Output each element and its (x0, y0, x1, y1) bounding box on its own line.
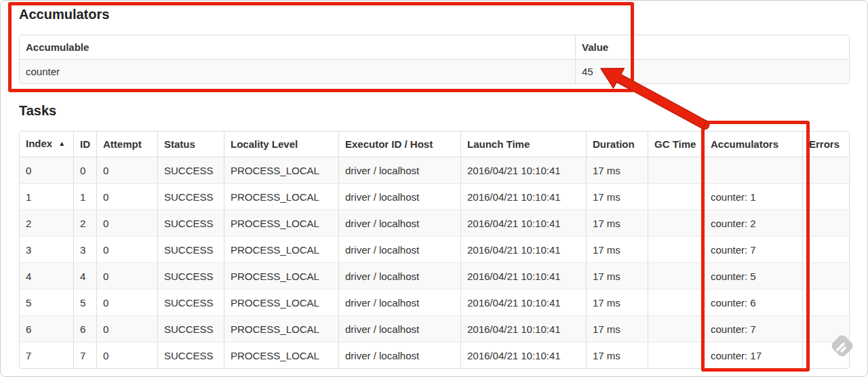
task-cell-errors (803, 184, 850, 210)
task-cell-attempt: 0 (97, 290, 158, 316)
task-cell-id: 3 (74, 237, 97, 263)
task-cell-status: SUCCESS (158, 210, 224, 237)
tasks-column-header-accumulators[interactable]: Accumulators (705, 132, 803, 157)
tasks-column-header-errors[interactable]: Errors (803, 132, 850, 157)
task-cell-status: SUCCESS (158, 316, 224, 342)
task-cell-gc-time (648, 290, 705, 316)
task-cell-duration: 17 ms (587, 237, 648, 263)
task-cell-duration: 17 ms (587, 157, 648, 184)
task-cell-accumulators: counter: 17 (705, 342, 803, 368)
tasks-column-header-gc-time[interactable]: GC Time (648, 132, 705, 157)
task-cell-executor-id-host: driver / localhost (339, 342, 461, 368)
accumulators-table-header-row: Accumulable Value (20, 35, 850, 60)
spark-ui-stage-page: Accumulators Accumulable Value counter 4… (0, 0, 868, 377)
column-header-label: Index (26, 138, 52, 149)
task-cell-attempt: 0 (97, 184, 158, 210)
task-cell-id: 1 (74, 184, 97, 210)
tasks-column-header-executor-id-host[interactable]: Executor ID / Host (339, 132, 461, 157)
task-cell-accumulators: counter: 6 (705, 290, 803, 316)
task-cell-index: 5 (20, 290, 74, 316)
task-cell-launch-time: 2016/04/21 10:10:41 (461, 316, 587, 342)
task-cell-locality-level: PROCESS_LOCAL (224, 237, 339, 263)
task-cell-executor-id-host: driver / localhost (339, 237, 461, 263)
column-header-label: Accumulators (711, 138, 778, 150)
task-row: 220SUCCESSPROCESS_LOCALdriver / localhos… (20, 210, 850, 237)
task-cell-executor-id-host: driver / localhost (339, 263, 461, 290)
column-header-label: Status (164, 138, 195, 150)
task-cell-accumulators (705, 157, 803, 184)
task-cell-duration: 17 ms (587, 210, 648, 237)
task-cell-attempt: 0 (97, 237, 158, 263)
task-cell-duration: 17 ms (587, 342, 648, 368)
column-header-label: Duration (593, 138, 635, 150)
task-cell-status: SUCCESS (158, 184, 224, 210)
column-header-label: Launch Time (467, 138, 530, 150)
task-cell-errors (803, 157, 850, 184)
task-cell-locality-level: PROCESS_LOCAL (224, 316, 339, 342)
column-header-label: GC Time (654, 138, 696, 150)
task-cell-launch-time: 2016/04/21 10:10:41 (461, 342, 587, 368)
tasks-column-header-launch-time[interactable]: Launch Time (461, 132, 587, 157)
task-cell-errors (803, 237, 850, 263)
task-row: 440SUCCESSPROCESS_LOCALdriver / localhos… (20, 263, 850, 290)
task-cell-duration: 17 ms (587, 263, 648, 290)
sort-ascending-icon: ▲ (58, 140, 65, 147)
task-cell-attempt: 0 (97, 157, 158, 184)
tasks-column-header-id[interactable]: ID (74, 132, 97, 157)
task-cell-gc-time (648, 342, 705, 368)
task-cell-accumulators: counter: 1 (705, 184, 803, 210)
tasks-column-header-attempt[interactable]: Attempt (97, 132, 158, 157)
task-cell-index: 3 (20, 237, 74, 263)
column-header-accumulable: Accumulable (20, 35, 576, 60)
column-header-label: Executor ID / Host (345, 138, 433, 150)
task-cell-index: 6 (20, 316, 74, 342)
task-cell-attempt: 0 (97, 263, 158, 290)
tasks-column-header-locality-level[interactable]: Locality Level (224, 132, 339, 157)
task-cell-status: SUCCESS (158, 263, 224, 290)
tasks-column-header-index[interactable]: Index▲ (20, 132, 74, 157)
task-cell-accumulators: counter: 5 (705, 263, 803, 290)
task-cell-status: SUCCESS (158, 237, 224, 263)
tasks-column-header-status[interactable]: Status (158, 132, 224, 157)
task-cell-gc-time (648, 263, 705, 290)
task-row: 330SUCCESSPROCESS_LOCALdriver / localhos… (20, 237, 850, 263)
task-cell-id: 2 (74, 210, 97, 237)
task-cell-executor-id-host: driver / localhost (339, 210, 461, 237)
task-cell-locality-level: PROCESS_LOCAL (224, 157, 339, 184)
task-cell-errors (803, 290, 850, 316)
task-cell-attempt: 0 (97, 316, 158, 342)
task-cell-locality-level: PROCESS_LOCAL (224, 290, 339, 316)
task-cell-executor-id-host: driver / localhost (339, 290, 461, 316)
task-cell-attempt: 0 (97, 342, 158, 368)
column-header-value: Value (576, 35, 850, 60)
task-cell-executor-id-host: driver / localhost (339, 184, 461, 210)
task-cell-accumulators: counter: 2 (705, 210, 803, 237)
accumulators-table: Accumulable Value counter 45 (19, 35, 850, 84)
task-cell-index: 4 (20, 263, 74, 290)
task-cell-launch-time: 2016/04/21 10:10:41 (461, 210, 587, 237)
task-cell-errors (803, 210, 850, 237)
accumulators-section-heading: Accumulators (19, 7, 867, 22)
task-cell-id: 0 (74, 157, 97, 184)
task-cell-locality-level: PROCESS_LOCAL (224, 184, 339, 210)
task-cell-launch-time: 2016/04/21 10:10:41 (461, 263, 587, 290)
task-cell-errors (803, 316, 850, 342)
task-cell-locality-level: PROCESS_LOCAL (224, 342, 339, 368)
column-header-label: Attempt (103, 138, 142, 150)
task-cell-executor-id-host: driver / localhost (339, 157, 461, 184)
task-cell-index: 1 (20, 184, 74, 210)
task-cell-launch-time: 2016/04/21 10:10:41 (461, 184, 587, 210)
task-cell-launch-time: 2016/04/21 10:10:41 (461, 157, 587, 184)
accumulable-value-cell: 45 (576, 60, 850, 83)
task-cell-errors (803, 263, 850, 290)
task-cell-index: 7 (20, 342, 74, 368)
task-cell-launch-time: 2016/04/21 10:10:41 (461, 237, 587, 263)
task-cell-launch-time: 2016/04/21 10:10:41 (461, 290, 587, 316)
tasks-section-heading: Tasks (19, 103, 867, 118)
task-row: 110SUCCESSPROCESS_LOCALdriver / localhos… (20, 184, 850, 210)
task-cell-accumulators: counter: 7 (705, 237, 803, 263)
accumulator-row: counter 45 (20, 60, 850, 83)
task-row: 000SUCCESSPROCESS_LOCALdriver / localhos… (20, 157, 850, 184)
tasks-column-header-duration[interactable]: Duration (587, 132, 648, 157)
task-cell-errors (803, 342, 850, 368)
